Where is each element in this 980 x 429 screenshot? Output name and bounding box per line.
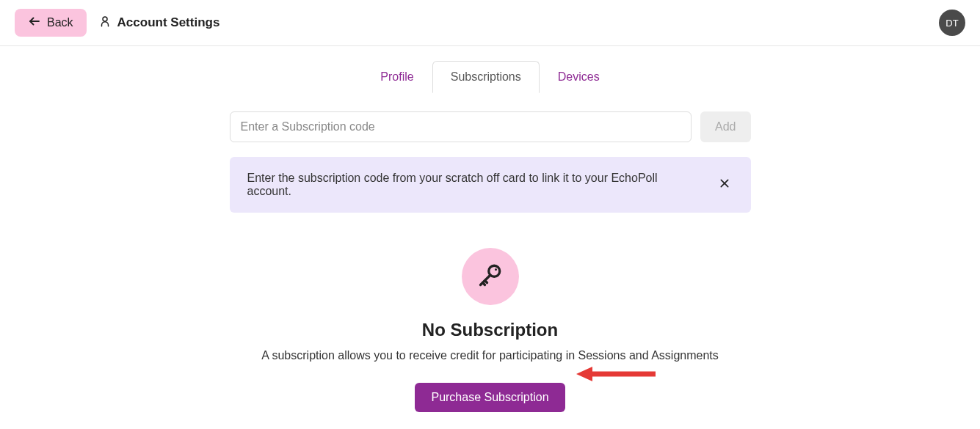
key-icon <box>477 262 504 291</box>
svg-point-5 <box>495 268 497 271</box>
empty-state-title: No Subscription <box>230 320 751 340</box>
back-label: Back <box>47 16 73 29</box>
purchase-subscription-button[interactable]: Purchase Subscription <box>415 383 565 412</box>
info-banner: Enter the subscription code from your sc… <box>230 157 751 213</box>
page-title: Account Settings <box>117 15 220 30</box>
subscription-code-input[interactable] <box>230 111 692 142</box>
page-title-wrap: Account Settings <box>98 15 220 31</box>
subscription-input-row: Add <box>230 111 751 142</box>
main-content: Add Enter the subscription code from you… <box>215 111 766 412</box>
close-banner-button[interactable] <box>716 175 733 196</box>
tabs: Profile Subscriptions Devices <box>0 61 980 94</box>
add-button[interactable]: Add <box>700 111 750 142</box>
key-icon-circle <box>462 248 519 305</box>
header: Back Account Settings DT <box>0 0 980 46</box>
close-icon <box>719 177 730 193</box>
tab-devices[interactable]: Devices <box>540 61 618 93</box>
svg-point-1 <box>103 17 107 21</box>
arrow-left-icon <box>28 15 41 31</box>
user-icon <box>98 15 112 31</box>
back-button[interactable]: Back <box>15 9 87 37</box>
info-banner-text: Enter the subscription code from your sc… <box>247 172 701 198</box>
tab-profile[interactable]: Profile <box>362 61 432 93</box>
tab-subscriptions[interactable]: Subscriptions <box>432 61 540 93</box>
header-left: Back Account Settings <box>15 9 219 37</box>
empty-state-description: A subscription allows you to receive cre… <box>230 349 751 362</box>
empty-state: No Subscription A subscription allows yo… <box>230 248 751 412</box>
avatar[interactable]: DT <box>939 10 965 36</box>
